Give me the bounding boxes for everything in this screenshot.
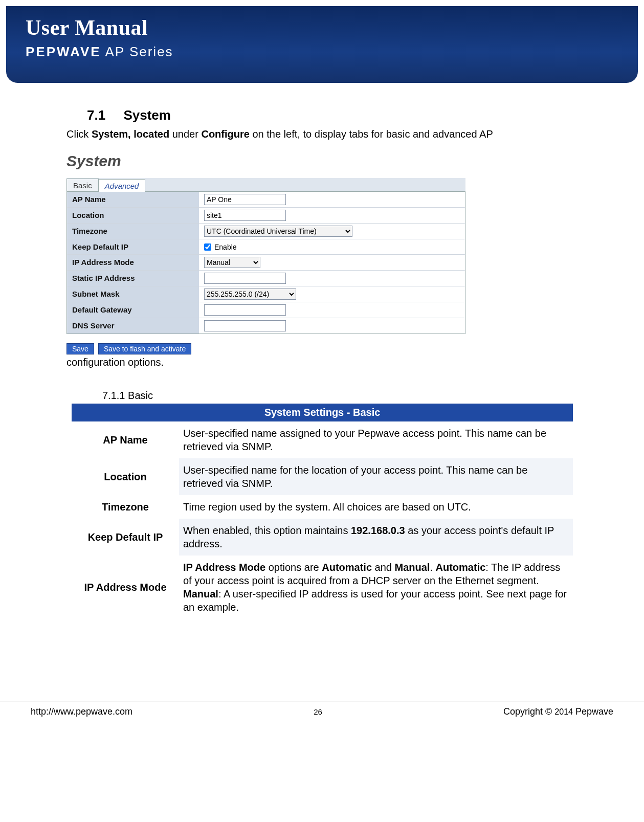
tab-advanced[interactable]: Advanced [98,179,146,192]
table-header: System Settings - Basic [72,404,573,421]
input-dns[interactable] [204,320,286,331]
table-row: Keep Default IPWhen enabled, this option… [72,519,573,556]
row-desc: IP Address Mode options are Automatic an… [179,556,573,619]
copyright-post: Pepwave [573,706,613,717]
intro-pre: Click [66,128,92,140]
section-heading: 7.1 System [87,107,583,123]
table-row: LocationUser-specified name for the loca… [72,458,573,495]
page-number: 26 [314,707,322,716]
label-ap-name: AP Name [67,192,199,207]
page-footer: http://www.pepwave.com 26 Copyright © 20… [0,701,644,732]
screenshot-title: System [66,152,465,170]
row-key: IP Address Mode [72,556,179,619]
footer-url: http://www.pepwave.com [31,706,132,717]
select-subnet[interactable]: 255.255.255.0 (/24) [204,288,296,300]
system-form: AP Name Location Timezone UTC (Coordinat… [66,192,465,334]
row-desc: User-specified name for the location of … [179,458,573,495]
tab-basic[interactable]: Basic [66,179,99,191]
config-tail: configuration options. [66,357,583,368]
brand-line: PEPWAVE AP Series [26,44,173,60]
enable-text: Enable [214,243,237,251]
intro-b2: Configure [201,128,249,140]
copyright-pre: Copyright © [503,706,554,717]
row-key: Keep Default IP [72,519,179,556]
table-row: TimezoneTime region used by the system. … [72,495,573,519]
row-key: AP Name [72,421,179,458]
input-gateway[interactable] [204,304,286,316]
input-static-ip[interactable] [204,273,286,284]
label-gateway: Default Gateway [67,302,199,318]
row-desc: Time region used by the system. All choi… [179,495,573,519]
tab-bar: Basic Advanced [66,178,465,192]
header-band: User Manual PEPWAVE AP Series [6,6,638,83]
subsection-title: Basic [128,390,153,401]
label-static-ip: Static IP Address [67,271,199,286]
select-ip-mode[interactable]: Manual [204,257,260,268]
row-key: Location [72,458,179,495]
subsection-heading: 7.1.1 Basic [102,390,583,402]
table-row: IP Address ModeIP Address Mode options a… [72,556,573,619]
input-ap-name[interactable] [204,194,286,205]
save-button[interactable]: Save [66,343,94,354]
settings-table: System Settings - Basic AP NameUser-spec… [72,404,573,619]
label-timezone: Timezone [67,224,199,239]
row-desc: When enabled, this option maintains 192.… [179,519,573,556]
label-ip-mode: IP Address Mode [67,255,199,270]
system-screenshot: System Basic Advanced AP Name Location T… [66,152,465,354]
manual-title: User Manual [26,15,173,40]
input-location[interactable] [204,210,286,221]
intro-b1: System, located [92,128,169,140]
row-desc: User-specified name assigned to your Pep… [179,421,573,458]
select-timezone[interactable]: UTC (Coordinated Universal Time) [204,226,352,237]
copyright-year: 2014 [554,707,573,716]
section-title: System [123,107,171,123]
brand-bold: PEPWAVE [26,44,101,59]
intro-text: Click System, located under Configure on… [66,127,583,141]
checkbox-keep-default-ip[interactable] [204,243,211,251]
brand-thin: AP Series [101,44,173,59]
intro-mid: under [169,128,201,140]
table-row: AP NameUser-specified name assigned to y… [72,421,573,458]
label-subnet: Subnet Mask [67,286,199,302]
label-location: Location [67,208,199,223]
footer-copyright: Copyright © 2014 Pepwave [503,706,613,717]
label-dns: DNS Server [67,318,199,334]
subsection-number: 7.1.1 [102,390,125,401]
section-number: 7.1 [87,107,105,123]
label-keep-default-ip: Keep Default IP [67,239,199,254]
row-key: Timezone [72,495,179,519]
save-flash-button[interactable]: Save to flash and activate [98,343,191,354]
intro-post: on the left, to display tabs for basic a… [250,128,493,140]
